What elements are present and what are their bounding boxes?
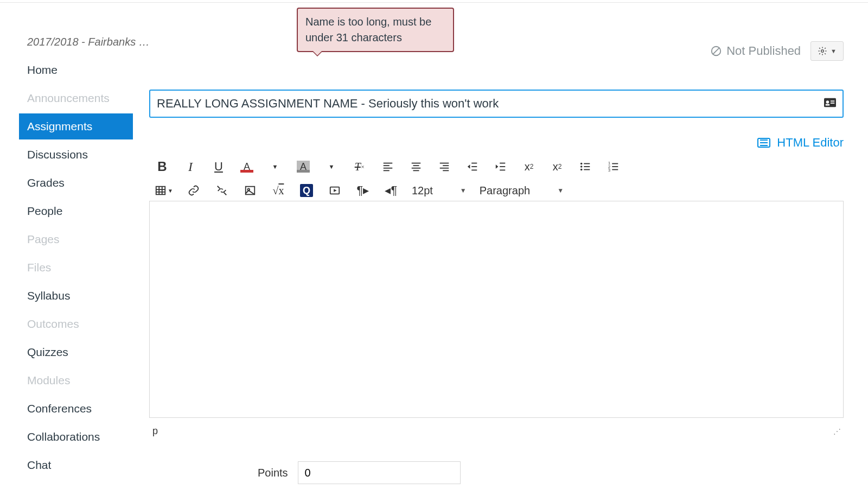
publish-status-text: Not Published (726, 44, 801, 58)
svg-rect-6 (831, 103, 834, 104)
sidebar-item-quizzes[interactable]: Quizzes (19, 339, 133, 365)
svg-line-1 (713, 48, 720, 55)
resize-handle-icon[interactable]: ⋰ (833, 427, 840, 436)
font-size-select[interactable]: 12pt ▼ (412, 185, 467, 197)
html-editor-toggle[interactable]: HTML Editor (757, 136, 844, 150)
sidebar-item-syllabus[interactable]: Syllabus (19, 283, 133, 309)
html-editor-label: HTML Editor (777, 136, 844, 150)
numbered-list-button[interactable]: 123 (606, 159, 621, 174)
sidebar-item-collaborations[interactable]: Collaborations (19, 424, 133, 450)
superscript-button[interactable]: x2 (521, 159, 537, 174)
sidebar-item-people[interactable]: People (19, 198, 133, 224)
sidebar-item-discussions[interactable]: Discussions (19, 142, 133, 168)
unlink-button[interactable] (214, 183, 229, 198)
settings-menu-button[interactable]: ▼ (810, 41, 844, 61)
bg-color-caret[interactable]: ▼ (324, 159, 339, 174)
italic-button[interactable]: I (183, 159, 198, 174)
equation-button[interactable]: √x (271, 183, 286, 198)
rtl-button[interactable]: ◂¶ (384, 183, 399, 198)
svg-rect-5 (831, 100, 834, 101)
rich-text-toolbar: B I U A ▼ A ▼ T× x2 x2 123 (149, 155, 844, 202)
outdent-button[interactable] (465, 159, 480, 174)
assignment-name-input[interactable] (149, 90, 844, 118)
quizzes-embed-button[interactable]: Q (299, 183, 314, 198)
bold-button[interactable]: B (155, 159, 170, 174)
svg-marker-23 (468, 164, 470, 168)
id-card-icon (824, 98, 836, 110)
svg-point-4 (826, 100, 829, 104)
font-size-value: 12pt (412, 185, 433, 197)
sidebar-item-grades[interactable]: Grades (19, 170, 133, 196)
svg-rect-40 (156, 187, 165, 195)
sidebar-item-home[interactable]: Home (19, 57, 133, 83)
image-button[interactable] (242, 183, 258, 198)
block-format-select[interactable]: Paragraph ▼ (480, 185, 564, 197)
subscript-button[interactable]: x2 (550, 159, 565, 174)
underline-button[interactable]: U (211, 159, 226, 174)
bg-color-button[interactable]: A (296, 159, 311, 174)
svg-rect-7 (826, 104, 829, 106)
svg-point-30 (580, 169, 583, 171)
text-color-caret[interactable]: ▼ (267, 159, 283, 174)
unpublished-icon (710, 45, 722, 57)
keyboard-icon (757, 138, 770, 148)
svg-point-2 (821, 50, 824, 53)
sidebar-item-modules[interactable]: Modules (19, 367, 133, 393)
text-color-button[interactable]: A (239, 159, 254, 174)
media-button[interactable] (327, 183, 342, 198)
svg-marker-27 (496, 164, 499, 168)
sidebar-item-conferences[interactable]: Conferences (19, 396, 133, 422)
chevron-down-icon: ▼ (557, 187, 564, 194)
sidebar-item-chat[interactable]: Chat (19, 452, 133, 478)
chevron-down-icon: ▼ (460, 187, 467, 194)
align-center-button[interactable] (409, 159, 424, 174)
points-input[interactable] (298, 461, 461, 484)
assignment-edit-main: Not Published ▼ HTML Editor B I U A (133, 33, 868, 489)
svg-line-45 (218, 186, 220, 189)
svg-marker-50 (334, 189, 337, 192)
sidebar-item-files[interactable]: Files (19, 255, 133, 281)
rich-text-editor-body[interactable] (149, 201, 844, 418)
svg-point-29 (580, 166, 583, 168)
publish-status: Not Published (710, 44, 801, 58)
validation-tooltip: Name is too long, must be under 31 chara… (297, 8, 454, 52)
editor-element-path[interactable]: p (152, 426, 158, 437)
link-button[interactable] (186, 183, 201, 198)
sidebar-item-announcements[interactable]: Announcements (19, 85, 133, 111)
sidebar-item-pages[interactable]: Pages (19, 226, 133, 252)
ltr-button[interactable]: ¶▸ (355, 183, 371, 198)
chevron-down-icon: ▼ (831, 48, 837, 54)
align-right-button[interactable] (437, 159, 452, 174)
course-nav-sidebar: Home Announcements Assignments Discussio… (0, 33, 133, 489)
clear-formatting-button[interactable]: T× (352, 159, 367, 174)
svg-point-28 (580, 163, 583, 165)
svg-text:3: 3 (608, 168, 610, 173)
sidebar-item-outcomes[interactable]: Outcomes (19, 311, 133, 337)
points-label: Points (258, 467, 288, 479)
bullet-list-button[interactable] (578, 159, 593, 174)
align-left-button[interactable] (380, 159, 395, 174)
indent-button[interactable] (493, 159, 508, 174)
svg-line-46 (224, 193, 227, 195)
sidebar-item-assignments[interactable]: Assignments (19, 113, 133, 139)
block-format-value: Paragraph (480, 185, 530, 197)
gear-icon (818, 46, 827, 56)
table-button[interactable]: ▼ (155, 183, 173, 198)
